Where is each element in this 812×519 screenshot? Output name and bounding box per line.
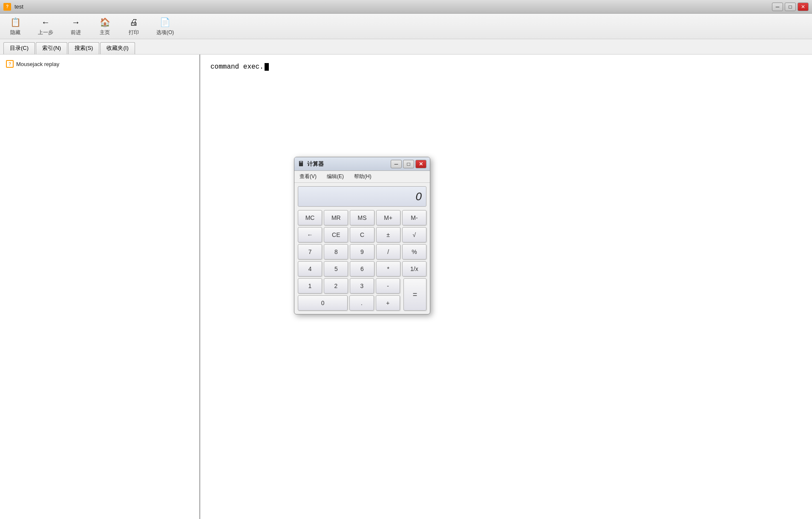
toolbar-home-button[interactable]: 🏠 主页 [95, 14, 115, 38]
back-label: 上一步 [38, 29, 53, 36]
tab-index[interactable]: 索引(N) [36, 42, 67, 54]
calc-body: 0 MC MR MS M+ M- ← CE [294, 183, 430, 314]
sidebar-item-label: Mousejack replay [16, 61, 59, 67]
calc-btn-sqrt[interactable]: √ [402, 227, 426, 242]
calc-display: 0 [298, 186, 426, 207]
calc-btn-reciprocal[interactable]: 1/x [402, 261, 426, 277]
calc-btn-dot[interactable]: . [349, 295, 374, 311]
toolbar-back-button[interactable]: ← 上一步 [34, 14, 57, 38]
options-label: 选项(O) [156, 29, 174, 36]
minimize-button[interactable]: ─ [772, 3, 783, 11]
calc-display-value: 0 [416, 190, 422, 203]
toolbar-print-button[interactable]: 🖨 打印 [124, 14, 144, 38]
calc-row-123-bottom: 1 2 3 - 0 . + = [298, 278, 426, 311]
calc-btn-ms[interactable]: MS [350, 210, 374, 225]
calc-btn-mc[interactable]: MC [298, 210, 322, 225]
tab-contents[interactable]: 目录(C) [3, 42, 35, 54]
calc-btn-3[interactable]: 3 [350, 278, 374, 294]
calc-menu-help[interactable]: 帮助(H) [352, 172, 373, 181]
toolbar-options-button[interactable]: 📄 选项(O) [153, 14, 178, 38]
command-text-value: command exec. [210, 63, 264, 71]
main-layout: ? Mousejack replay command exec. 🖩 计算器 ─… [0, 55, 812, 519]
calc-btn-2[interactable]: 2 [324, 278, 348, 294]
title-bar: ? test ─ □ ✕ [0, 0, 812, 14]
toolbar-forward-button[interactable]: → 前进 [66, 14, 86, 38]
calc-icon: 🖩 [298, 160, 305, 168]
calc-minimize-button[interactable]: ─ [391, 160, 402, 168]
forward-label: 前进 [71, 29, 81, 36]
calc-buttons: MC MR MS M+ M- ← CE C ± √ [298, 210, 426, 311]
maximize-button[interactable]: □ [785, 3, 796, 11]
calc-maximize-button[interactable]: □ [403, 160, 414, 168]
calc-btn-7[interactable]: 7 [298, 244, 322, 260]
tab-search[interactable]: 搜索(S) [68, 42, 99, 54]
calc-menu-edit[interactable]: 编辑(E) [325, 172, 346, 181]
calc-btn-minus[interactable]: - [376, 278, 400, 294]
calc-btn-6[interactable]: 6 [350, 261, 374, 277]
calc-menu-view[interactable]: 查看(V) [298, 172, 318, 181]
forward-icon: → [70, 16, 82, 28]
calc-btn-ce[interactable]: CE [324, 227, 348, 242]
calc-menubar: 查看(V) 编辑(E) 帮助(H) [294, 171, 430, 183]
calc-row-clear: ← CE C ± √ [298, 227, 426, 242]
back-icon: ← [40, 16, 52, 28]
text-cursor [265, 63, 269, 71]
calc-btn-1[interactable]: 1 [298, 278, 322, 294]
calc-btn-backspace[interactable]: ← [298, 227, 322, 242]
calc-btn-percent[interactable]: % [402, 244, 426, 260]
command-text: command exec. [210, 63, 802, 71]
sidebar-item[interactable]: ? Mousejack replay [4, 59, 195, 69]
toolbar: 📋 隐藏 ← 上一步 → 前进 🏠 主页 🖨 打印 📄 选项(O) [0, 14, 812, 39]
calc-row-0dot: 0 . + [298, 295, 400, 311]
home-label: 主页 [100, 29, 110, 36]
calc-btn-plus[interactable]: + [376, 295, 400, 311]
title-bar-title: test [14, 3, 23, 10]
calc-btn-0[interactable]: 0 [298, 295, 348, 311]
calc-btn-8[interactable]: 8 [324, 244, 348, 260]
calc-btn-5[interactable]: 5 [324, 261, 348, 277]
tab-favorites[interactable]: 收藏夹(I) [100, 42, 135, 54]
hide-icon: 📋 [9, 16, 21, 28]
sidebar: ? Mousejack replay [0, 55, 200, 519]
calc-btn-plusminus[interactable]: ± [376, 227, 400, 242]
content-area: command exec. 🖩 计算器 ─ □ ✕ 查看(V) 编辑(E) 帮助… [200, 55, 812, 519]
hide-label: 隐藏 [10, 29, 20, 36]
calc-btn-multiply[interactable]: * [376, 261, 400, 277]
calc-btn-mr[interactable]: MR [324, 210, 348, 225]
nav-tabs: 目录(C) 索引(N) 搜索(S) 收藏夹(I) [0, 39, 812, 55]
toolbar-hide-button[interactable]: 📋 隐藏 [5, 14, 26, 38]
home-icon: 🏠 [99, 16, 111, 28]
calc-btn-c[interactable]: C [350, 227, 374, 242]
calc-btn-equal[interactable]: = [403, 278, 426, 311]
calc-row-456: 4 5 6 * 1/x [298, 261, 426, 277]
calc-row-memory: MC MR MS M+ M- [298, 210, 426, 225]
calc-btn-divide[interactable]: / [376, 244, 400, 260]
calc-title-btns: ─ □ ✕ [391, 160, 426, 168]
calculator-window: 🖩 计算器 ─ □ ✕ 查看(V) 编辑(E) 帮助(H) 0 [294, 157, 430, 314]
print-label: 打印 [129, 29, 139, 36]
calc-title: 计算器 [307, 160, 388, 168]
title-bar-icon: ? [3, 3, 11, 11]
title-bar-controls: ─ □ ✕ [772, 3, 809, 11]
options-icon: 📄 [159, 16, 171, 28]
close-button[interactable]: ✕ [798, 3, 809, 11]
calc-title-bar: 🖩 计算器 ─ □ ✕ [294, 157, 430, 171]
calc-btn-4[interactable]: 4 [298, 261, 322, 277]
calc-row-123: 1 2 3 - [298, 278, 400, 294]
calc-btn-mminus[interactable]: M- [402, 210, 426, 225]
calc-btn-9[interactable]: 9 [350, 244, 374, 260]
calc-close-button[interactable]: ✕ [415, 160, 426, 168]
calc-btn-mplus[interactable]: M+ [376, 210, 400, 225]
sidebar-item-icon: ? [6, 60, 14, 68]
print-icon: 🖨 [128, 16, 140, 28]
calc-row-789: 7 8 9 / % [298, 244, 426, 260]
